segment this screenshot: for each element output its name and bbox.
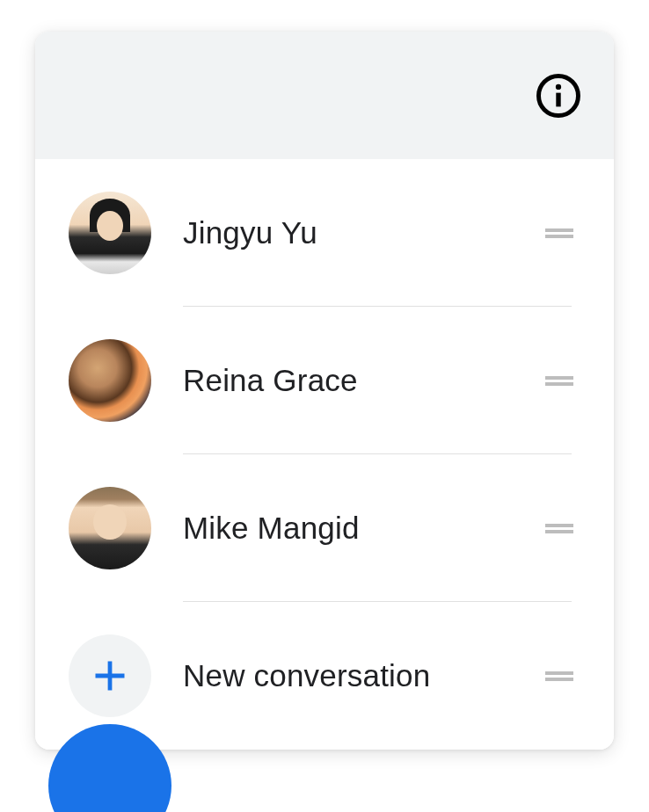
conversation-popup: Jingyu Yu Reina Grace xyxy=(35,32,614,750)
new-conversation-label: New conversation xyxy=(183,658,430,693)
drag-handle[interactable] xyxy=(538,221,580,245)
svg-rect-6 xyxy=(545,382,573,386)
contact-name: Reina Grace xyxy=(183,363,358,398)
drag-handle-icon xyxy=(545,671,573,681)
contact-name: Mike Mangid xyxy=(183,511,360,546)
avatar xyxy=(69,487,151,569)
conversation-item[interactable]: Mike Mangid xyxy=(35,454,614,602)
svg-point-1 xyxy=(556,83,561,89)
drag-handle-icon xyxy=(545,523,573,533)
conversation-list: Jingyu Yu Reina Grace xyxy=(35,159,614,750)
new-conversation-avatar xyxy=(69,634,151,717)
svg-rect-3 xyxy=(545,228,573,232)
svg-rect-4 xyxy=(545,235,573,238)
drag-handle-icon xyxy=(545,228,573,238)
drag-handle[interactable] xyxy=(538,516,580,540)
plus-icon xyxy=(91,656,129,695)
popup-header xyxy=(35,32,614,159)
drag-handle[interactable] xyxy=(538,368,580,393)
conversation-item[interactable]: Jingyu Yu xyxy=(35,159,614,307)
svg-rect-11 xyxy=(545,671,573,675)
drag-handle[interactable] xyxy=(538,663,580,688)
conversation-item[interactable]: Reina Grace xyxy=(35,307,614,454)
info-button[interactable] xyxy=(535,72,582,120)
svg-rect-2 xyxy=(556,92,560,106)
contact-name: Jingyu Yu xyxy=(183,215,317,250)
svg-rect-5 xyxy=(545,376,573,380)
drag-handle-icon xyxy=(545,375,573,386)
svg-rect-7 xyxy=(545,524,573,527)
info-icon xyxy=(535,72,582,120)
avatar xyxy=(69,192,151,274)
avatar xyxy=(69,339,151,422)
svg-rect-8 xyxy=(545,530,573,533)
svg-rect-12 xyxy=(545,678,573,681)
